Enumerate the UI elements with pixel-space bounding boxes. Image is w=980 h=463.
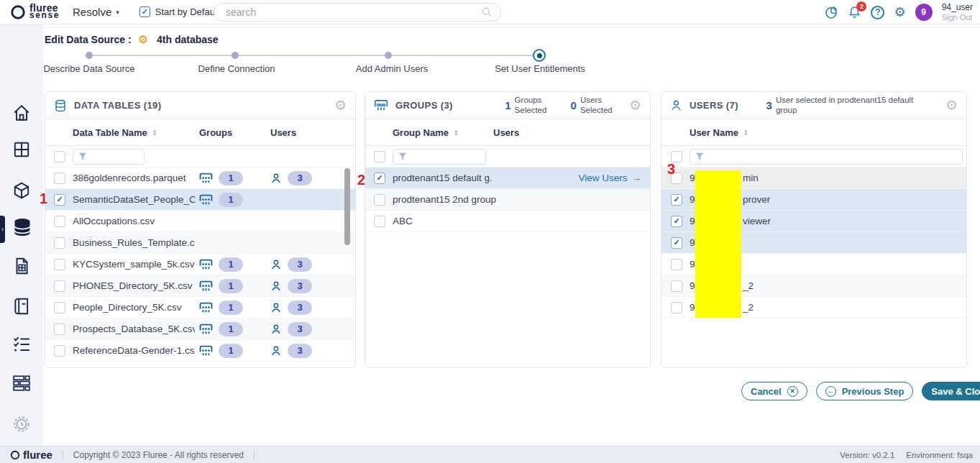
group-icon bbox=[199, 302, 213, 313]
cancel-button[interactable]: Cancel ✕ bbox=[741, 382, 807, 400]
row-checkbox[interactable] bbox=[671, 259, 682, 270]
scrollbar-thumb[interactable] bbox=[344, 168, 350, 245]
select-all-checkbox[interactable] bbox=[374, 151, 385, 162]
footer-fluree-logo[interactable]: fluree bbox=[10, 449, 52, 461]
close-icon: ✕ bbox=[787, 386, 798, 397]
row-checkbox[interactable]: ✓ bbox=[374, 173, 385, 184]
annotation-1: 1 bbox=[40, 191, 47, 207]
groups-selected-count: 1Groups Selected bbox=[505, 96, 553, 114]
group-row[interactable]: ABC bbox=[365, 211, 650, 232]
start-by-default-checkbox[interactable]: ✓ bbox=[139, 6, 150, 17]
row-checkbox[interactable] bbox=[374, 216, 385, 227]
database-icon-active[interactable] bbox=[12, 217, 32, 237]
user-filter-input[interactable] bbox=[690, 149, 963, 165]
drawer-handle[interactable]: › bbox=[0, 216, 5, 243]
row-checkbox[interactable] bbox=[54, 280, 65, 292]
groups-icon bbox=[374, 99, 388, 111]
spreadsheet-file-icon[interactable] bbox=[12, 257, 31, 275]
left-sidebar: › bbox=[0, 24, 43, 446]
groups-count-badge: 1 bbox=[219, 193, 243, 207]
group-icon bbox=[199, 280, 213, 292]
users-count-badge: 3 bbox=[288, 171, 312, 185]
row-checkbox[interactable]: ✓ bbox=[54, 194, 65, 206]
row-checkbox[interactable]: ✓ bbox=[671, 194, 682, 206]
sort-icon[interactable]: ▲▼ bbox=[454, 129, 458, 136]
row-checkbox[interactable] bbox=[54, 259, 65, 270]
grid-icon[interactable] bbox=[12, 140, 31, 159]
checklist-icon[interactable] bbox=[12, 335, 31, 354]
view-users-link[interactable]: View Users→ bbox=[578, 173, 650, 183]
row-checkbox[interactable] bbox=[54, 324, 65, 335]
row-checkbox[interactable]: ✓ bbox=[671, 237, 682, 249]
row-checkbox[interactable] bbox=[374, 194, 385, 206]
analytics-pie-icon[interactable] bbox=[824, 5, 838, 19]
annotation-3: 3 bbox=[667, 161, 675, 178]
step-label-connection[interactable]: Define Connection bbox=[198, 63, 275, 74]
table-row[interactable]: Business_Rules_Template.csv bbox=[45, 232, 355, 254]
group-row[interactable]: prodtenant15 2nd group bbox=[365, 189, 650, 211]
avatar[interactable]: 9 bbox=[915, 4, 933, 21]
panel-title-data-tables: DATA TABLES (19) bbox=[74, 100, 161, 111]
help-icon[interactable]: ? bbox=[871, 6, 884, 19]
row-checkbox[interactable] bbox=[54, 237, 65, 249]
row-checkbox[interactable] bbox=[54, 173, 65, 184]
previous-step-button[interactable]: ← Previous Step bbox=[816, 382, 914, 400]
step-dot-4-active[interactable] bbox=[533, 49, 546, 62]
search-input[interactable] bbox=[214, 3, 501, 22]
filter-funnel-icon bbox=[695, 152, 704, 161]
table-row[interactable]: PHONES_Directory_5K.csv13 bbox=[45, 275, 355, 297]
group-icon bbox=[199, 324, 213, 335]
users-count-badge: 3 bbox=[288, 344, 312, 358]
col-user-name[interactable]: User Name bbox=[690, 127, 738, 138]
table-row[interactable]: ReferenceData-Gender-1.csv13 bbox=[45, 340, 355, 362]
step-label-describe[interactable]: Describe Data Source bbox=[43, 63, 134, 74]
home-icon[interactable] bbox=[12, 104, 31, 122]
redaction-overlay bbox=[695, 170, 741, 318]
start-by-default-toggle[interactable]: ✓ Start by Default bbox=[139, 6, 220, 17]
notifications-button[interactable]: 2 bbox=[848, 5, 861, 19]
group-row[interactable]: ✓ prodtenant15 default g. View Users→ bbox=[365, 168, 650, 189]
row-checkbox[interactable] bbox=[671, 302, 682, 313]
col-data-table-name[interactable]: Data Table Name bbox=[73, 127, 147, 138]
groups-gear-icon[interactable]: ⚙ bbox=[629, 98, 641, 112]
row-checkbox[interactable] bbox=[54, 345, 65, 357]
app-menu-resolve[interactable]: Resolve ▾ bbox=[73, 6, 119, 18]
sign-out-link[interactable]: Sign Out bbox=[942, 13, 973, 22]
fluree-sense-logo[interactable]: fluree sense bbox=[10, 4, 60, 20]
table-row[interactable]: 386goldenrecords.parquet13 bbox=[45, 168, 355, 189]
col-group-name[interactable]: Group Name bbox=[393, 127, 449, 138]
data-tables-gear-icon[interactable]: ⚙ bbox=[334, 98, 347, 112]
cube-icon[interactable] bbox=[12, 181, 31, 200]
row-checkbox[interactable] bbox=[54, 216, 65, 227]
step-dot-2[interactable] bbox=[232, 52, 239, 59]
save-close-button[interactable]: Save & Close bbox=[922, 382, 980, 400]
user-icon bbox=[270, 259, 282, 270]
table-row[interactable]: KYCSystem_sample_5k.csv13 bbox=[45, 254, 355, 275]
step-dot-3[interactable] bbox=[385, 52, 392, 59]
fluree-ring-icon bbox=[10, 450, 20, 460]
groups-count-badge: 1 bbox=[219, 344, 243, 358]
sort-icon[interactable]: ▲▼ bbox=[152, 129, 157, 136]
gear-clock-icon[interactable] bbox=[12, 415, 31, 434]
users-gear-icon[interactable]: ⚙ bbox=[945, 98, 958, 112]
table-row[interactable]: Prospects_Database_5K.csv13 bbox=[45, 318, 355, 340]
row-checkbox[interactable] bbox=[54, 302, 65, 313]
row-checkbox[interactable] bbox=[671, 280, 682, 292]
global-search bbox=[214, 3, 501, 22]
table-row[interactable]: ✓SemanticDataSet_People_C...1 bbox=[45, 189, 355, 211]
top-navbar: fluree sense Resolve ▾ ✓ Start by Defaul… bbox=[0, 0, 980, 24]
col-users: Users bbox=[270, 127, 296, 138]
table-row[interactable]: People_Directory_5K.csv13 bbox=[45, 297, 355, 318]
fluree-ring-icon bbox=[10, 4, 26, 20]
row-checkbox[interactable]: ✓ bbox=[671, 216, 682, 227]
sort-icon[interactable]: ▲▼ bbox=[743, 129, 748, 136]
step-label-admin-users[interactable]: Add Admin Users bbox=[356, 63, 428, 74]
step-dot-1[interactable] bbox=[86, 52, 93, 59]
book-icon[interactable] bbox=[12, 297, 31, 316]
step-label-entitlements[interactable]: Set User Entitlements bbox=[495, 63, 585, 74]
table-row[interactable]: AllOccupations.csv bbox=[45, 211, 355, 232]
user-icon bbox=[270, 324, 282, 335]
bricks-icon[interactable] bbox=[12, 374, 31, 393]
select-all-checkbox[interactable] bbox=[54, 151, 65, 162]
settings-gear-icon[interactable]: ⚙ bbox=[894, 6, 905, 19]
